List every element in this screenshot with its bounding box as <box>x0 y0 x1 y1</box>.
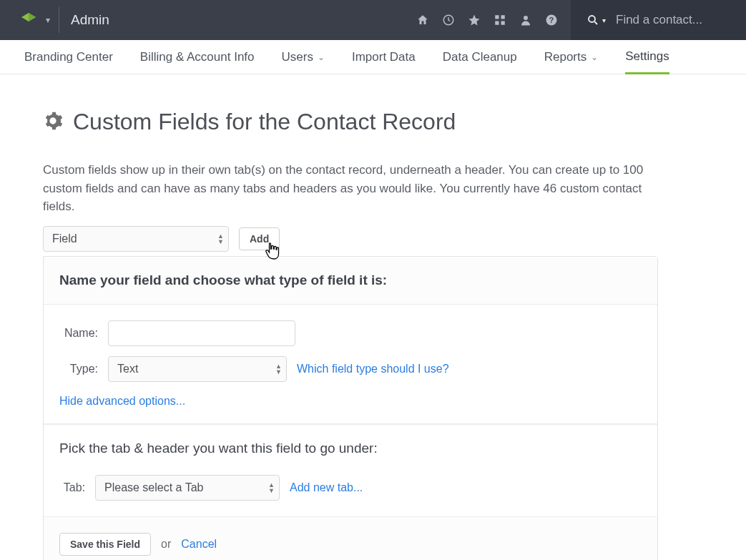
add-new-tab-link[interactable]: Add new tab... <box>290 481 363 494</box>
save-field-button[interactable]: Save this Field <box>59 533 151 556</box>
brand-area: ▾ Admin <box>0 0 118 40</box>
section-title-name-type: Name your field and choose what type of … <box>59 272 642 288</box>
section-name-type-body: Name: Type: Text ▲▼ Which field type sho… <box>44 305 657 424</box>
search-input[interactable] <box>616 13 730 27</box>
top-bar: ▾ Admin ? ▾ <box>0 0 746 40</box>
chevron-down-icon: ⌄ <box>591 52 598 62</box>
add-button[interactable]: Add <box>239 227 280 250</box>
field-name-input[interactable] <box>108 320 295 346</box>
type-label: Type: <box>59 363 98 375</box>
svg-rect-5 <box>495 21 499 25</box>
home-icon[interactable] <box>416 14 429 26</box>
page-title: Custom Fields for the Contact Record <box>73 109 456 135</box>
page-content: Custom Fields for the Contact Record Cus… <box>0 74 701 560</box>
svg-line-11 <box>594 21 597 24</box>
type-help-link[interactable]: Which field type should I use? <box>297 363 449 375</box>
nav-tabs: Branding Center Billing & Account Info U… <box>0 40 746 74</box>
apps-icon[interactable] <box>494 14 506 26</box>
user-icon[interactable] <box>519 14 532 26</box>
section-name-type-header: Name your field and choose what type of … <box>44 257 657 305</box>
row-name: Name: <box>59 320 642 346</box>
chevron-down-icon: ⌄ <box>318 52 325 62</box>
field-type-dropdown-value: Text <box>117 363 138 375</box>
field-type-dropdown[interactable]: Text ▲▼ <box>108 356 287 382</box>
or-text: or <box>161 538 171 551</box>
tab-select-value: Please select a Tab <box>104 481 203 494</box>
page-intro-text: Custom fields show up in their own tab(s… <box>43 161 658 216</box>
section-tab-header: Pick the tab & header you want this fiel… <box>44 424 657 517</box>
add-field-row: Field ▲▼ Add <box>43 226 658 252</box>
search-icon[interactable]: ▾ <box>587 14 606 26</box>
select-stepper-icon: ▲▼ <box>268 482 275 493</box>
svg-rect-4 <box>501 15 505 19</box>
tab-billing-account[interactable]: Billing & Account Info <box>140 40 255 74</box>
star-icon[interactable] <box>468 14 481 26</box>
topbar-icons: ? <box>416 14 571 26</box>
row-type: Type: Text ▲▼ Which field type should I … <box>59 356 642 382</box>
brand-divider <box>59 7 59 33</box>
section-title-tab: Pick the tab & header you want this fiel… <box>59 441 642 456</box>
help-icon[interactable]: ? <box>545 14 558 26</box>
svg-marker-1 <box>29 13 36 21</box>
brand-logo-icon <box>20 11 37 29</box>
clock-icon[interactable] <box>442 14 455 26</box>
svg-text:?: ? <box>549 16 554 24</box>
field-type-select[interactable]: Field ▲▼ <box>43 226 229 252</box>
svg-rect-3 <box>495 15 499 19</box>
row-tab: Tab: Please select a Tab ▲▼ Add new tab.… <box>59 475 642 501</box>
svg-point-7 <box>524 16 528 20</box>
panel-footer: Save this Field or Cancel <box>44 517 657 561</box>
tab-data-cleanup[interactable]: Data Cleanup <box>443 40 517 74</box>
svg-rect-6 <box>501 21 505 25</box>
tab-branding-center[interactable]: Branding Center <box>24 40 113 74</box>
page-title-row: Custom Fields for the Contact Record <box>43 109 658 135</box>
name-label: Name: <box>59 327 98 340</box>
svg-point-10 <box>589 16 595 22</box>
field-type-select-value: Field <box>52 232 77 245</box>
search-box[interactable]: ▾ <box>571 0 746 40</box>
tab-users[interactable]: Users⌄ <box>282 40 325 74</box>
brand-name[interactable]: Admin <box>71 12 109 28</box>
select-stepper-icon: ▲▼ <box>275 363 282 375</box>
tab-select[interactable]: Please select a Tab ▲▼ <box>95 475 280 501</box>
field-editor-panel: Name your field and choose what type of … <box>43 256 658 561</box>
brand-caret-icon[interactable]: ▾ <box>46 15 50 25</box>
tab-label: Tab: <box>59 481 85 494</box>
tab-reports[interactable]: Reports⌄ <box>544 40 599 74</box>
cancel-link[interactable]: Cancel <box>181 538 217 551</box>
tab-settings[interactable]: Settings <box>625 40 669 74</box>
select-stepper-icon: ▲▼ <box>217 233 224 245</box>
hide-advanced-link[interactable]: Hide advanced options... <box>59 395 185 407</box>
gear-icon <box>43 111 63 134</box>
tab-import-data[interactable]: Import Data <box>352 40 416 74</box>
